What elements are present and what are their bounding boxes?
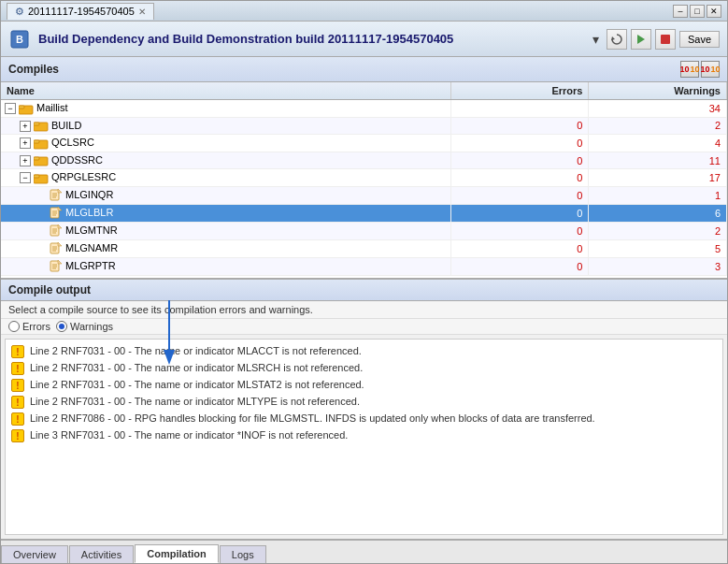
- file-icon: [50, 189, 65, 200]
- table-row[interactable]: MLGINQR01: [1, 186, 727, 204]
- save-button[interactable]: Save: [679, 31, 720, 48]
- svg-rect-6: [19, 106, 24, 108]
- warnings-radio-label[interactable]: Warnings: [56, 321, 113, 332]
- svg-rect-10: [34, 140, 39, 143]
- tab-close-icon[interactable]: ✕: [138, 7, 146, 17]
- tab-activities[interactable]: Activities: [69, 545, 134, 563]
- expand-button[interactable]: +: [20, 155, 31, 166]
- compile-output-header: Compile output: [1, 280, 727, 301]
- svg-rect-20: [50, 208, 59, 218]
- errors-radio-button[interactable]: [8, 321, 20, 332]
- output-message-row: !Line 2 RNF7031 - 00 - The name or indic…: [11, 377, 717, 394]
- table-row[interactable]: MLGRPTR03: [1, 258, 727, 276]
- warnings-radio-button[interactable]: [56, 321, 67, 332]
- folder-icon: [34, 171, 51, 182]
- svg-rect-12: [34, 157, 39, 160]
- row-name-text: Maillist: [36, 102, 68, 113]
- table-row[interactable]: +BUILD02: [1, 117, 727, 135]
- row-name-text: MLGNAMR: [65, 242, 118, 253]
- section-icon-btn-2[interactable]: 10 10: [701, 61, 720, 78]
- collapse-button[interactable]: −: [20, 172, 31, 183]
- svg-rect-35: [50, 261, 59, 271]
- collapse-button[interactable]: −: [5, 103, 16, 114]
- warning-icon: !: [11, 362, 24, 375]
- output-message-text: Line 2 RNF7031 - 00 - The name or indica…: [30, 345, 362, 356]
- dropdown-chevron-icon[interactable]: ▾: [592, 32, 599, 47]
- folder-icon: [34, 120, 51, 131]
- bottom-tab-bar: OverviewActivitiesCompilationLogs: [1, 539, 727, 563]
- svg-marker-2: [611, 36, 615, 40]
- compiles-label: Compiles: [8, 63, 59, 76]
- svg-marker-19: [58, 189, 62, 193]
- app-toolbar: Save: [607, 29, 720, 50]
- warning-icon: !: [11, 345, 24, 358]
- output-message-row: !Line 2 RNF7031 - 00 - The name or indic…: [11, 360, 717, 377]
- expand-button[interactable]: +: [20, 137, 31, 149]
- table-row[interactable]: −QRPGLESRC017: [1, 169, 727, 187]
- title-tab[interactable]: ⚙ 20111117-1954570405 ✕: [7, 3, 154, 20]
- output-message-text: Line 2 RNF7086 - 00 - RPG handles blocki…: [30, 412, 595, 424]
- output-messages-list: !Line 2 RNF7031 - 00 - The name or indic…: [5, 339, 723, 535]
- row-errors-value: 0: [450, 117, 589, 135]
- compile-output-label: Compile output: [8, 283, 91, 296]
- table-row[interactable]: +QDDSSRC011: [1, 152, 727, 169]
- app-icon: B: [8, 28, 31, 51]
- warning-icon: !: [11, 429, 24, 442]
- minimize-button[interactable]: –: [673, 5, 688, 18]
- tab-compilation[interactable]: Compilation: [135, 544, 219, 563]
- svg-marker-34: [58, 242, 62, 246]
- compiles-table: Name Errors Warnings −Maillist34+BUILD02…: [1, 82, 727, 276]
- file-icon: [50, 260, 65, 271]
- row-errors-value: 0: [450, 205, 589, 223]
- row-errors-value: 0: [450, 186, 589, 204]
- expand-button[interactable]: +: [20, 121, 31, 132]
- run-button[interactable]: [631, 29, 651, 50]
- warning-icon: !: [11, 396, 24, 409]
- refresh-button[interactable]: [607, 29, 627, 50]
- row-name-text: BUILD: [51, 120, 81, 131]
- tab-logs[interactable]: Logs: [220, 545, 266, 563]
- row-name-text: QDDSSRC: [51, 154, 103, 166]
- errors-radio-label[interactable]: Errors: [8, 321, 50, 332]
- tab-overview[interactable]: Overview: [1, 545, 68, 563]
- maximize-button[interactable]: □: [690, 5, 705, 18]
- row-warnings-value: 11: [589, 152, 727, 169]
- output-message-row: !Line 2 RNF7031 - 00 - The name or indic…: [11, 343, 717, 360]
- warning-icon: !: [11, 412, 24, 426]
- row-warnings-value: 1: [589, 186, 727, 204]
- svg-rect-8: [34, 123, 39, 125]
- row-errors-value: 0: [450, 240, 589, 258]
- table-row[interactable]: −Maillist34: [1, 100, 727, 118]
- app-header: B Build Dependency and Build Demonstrati…: [1, 22, 727, 57]
- row-warnings-value: 17: [589, 169, 727, 187]
- table-row[interactable]: MLGMTNR02: [1, 223, 727, 240]
- svg-text:B: B: [16, 34, 23, 45]
- compile-output-section: Compile output Select a compile source t…: [1, 279, 727, 539]
- row-name-text: MLGLBLR: [65, 207, 113, 218]
- output-message-row: !Line 2 RNF7031 - 00 - The name or indic…: [11, 394, 717, 411]
- tree-table: Name Errors Warnings −Maillist34+BUILD02…: [1, 82, 727, 279]
- row-errors-value: 0: [450, 258, 589, 276]
- table-row[interactable]: MLGLBLR06: [1, 205, 727, 223]
- file-icon: [50, 224, 65, 236]
- svg-marker-39: [58, 260, 62, 264]
- stop-button[interactable]: [655, 29, 676, 50]
- table-row[interactable]: +QCLSRC04: [1, 135, 727, 152]
- row-warnings-value: 3: [589, 258, 727, 276]
- section-icon-btn-1[interactable]: 10 10: [680, 61, 699, 78]
- row-warnings-value: 2: [589, 223, 727, 240]
- folder-icon: [34, 137, 51, 148]
- row-name-text: QRPGLESRC: [51, 171, 116, 182]
- svg-rect-14: [34, 175, 39, 178]
- table-row[interactable]: MLGNAMR05: [1, 240, 727, 258]
- tab-build-icon: ⚙: [15, 6, 24, 18]
- close-button[interactable]: ✕: [707, 5, 721, 18]
- output-message-text: Line 3 RNF7031 - 00 - The name or indica…: [30, 429, 348, 441]
- row-errors-value: [450, 100, 589, 118]
- output-message-text: Line 2 RNF7031 - 00 - The name or indica…: [30, 379, 364, 390]
- output-message-text: Line 2 RNF7031 - 00 - The name or indica…: [30, 362, 363, 373]
- title-bar: ⚙ 20111117-1954570405 ✕ – □ ✕: [1, 1, 727, 22]
- col-name-header: Name: [1, 82, 450, 100]
- row-warnings-value: 5: [589, 240, 727, 258]
- main-window: ⚙ 20111117-1954570405 ✕ – □ ✕ B Build De…: [0, 0, 728, 564]
